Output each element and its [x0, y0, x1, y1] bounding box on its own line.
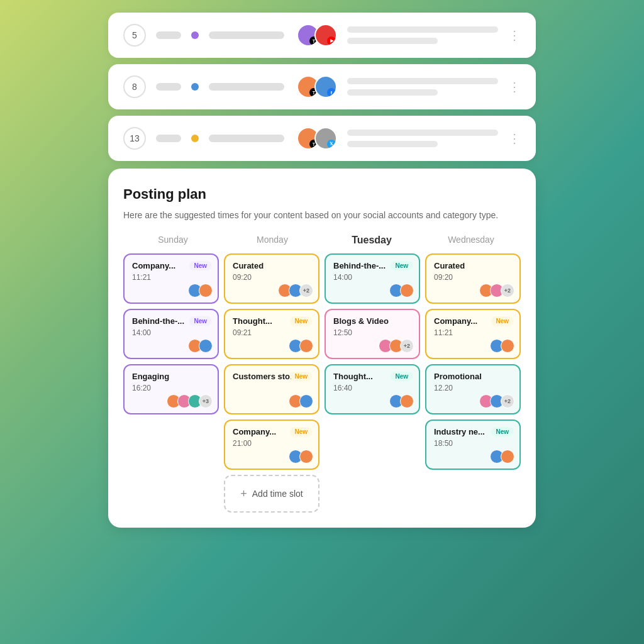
plan-description: Here are the suggested times for your co… — [123, 209, 521, 222]
posting-plan: Posting plan Here are the suggested time… — [108, 169, 536, 528]
event-avatars — [389, 284, 414, 297]
mini-avatar — [299, 339, 313, 353]
day-tuesday: Tuesday — [322, 235, 421, 246]
event-avatars: +2 — [479, 284, 514, 297]
event-card[interactable]: New Thought... 09:21 — [224, 309, 319, 359]
event-card[interactable]: New Behind-the-... 14:00 — [325, 253, 420, 304]
event-title: Curated — [233, 261, 311, 270]
event-card[interactable]: Curated 09:20 +2 — [425, 253, 521, 304]
mini-avatar — [299, 450, 313, 464]
queue-label-2 — [156, 83, 181, 91]
event-time: 16:20 — [132, 384, 210, 392]
main-container: 5 T ▶ ⋮ 8 — [108, 13, 536, 528]
plus-icon: + — [240, 487, 247, 501]
queue-dot-1 — [191, 31, 199, 39]
event-card[interactable]: New Company... 11:21 — [123, 253, 219, 304]
mini-avatar — [501, 339, 514, 353]
queue-dot-2 — [191, 83, 199, 91]
event-time: 12:50 — [333, 328, 411, 337]
new-badge: New — [491, 316, 513, 326]
event-avatars: +2 — [479, 394, 514, 408]
new-badge: New — [391, 372, 413, 381]
event-card[interactable]: Promotional 12.20 +2 — [425, 364, 521, 414]
new-badge: New — [391, 261, 413, 270]
queue-dot-3 — [191, 135, 199, 142]
queue-number-2: 8 — [123, 75, 146, 98]
plan-title: Posting plan — [123, 186, 521, 203]
event-time: 09:20 — [233, 273, 311, 282]
day-sunday: Sunday — [123, 235, 223, 246]
queue-line — [347, 38, 438, 44]
youtube-icon: ▶ — [327, 36, 336, 45]
event-card[interactable]: New Company... 21:00 — [224, 419, 319, 470]
event-card[interactable]: New Industry ne... 18:50 — [425, 419, 521, 470]
event-avatars: +3 — [167, 394, 213, 408]
plus-badge: +2 — [501, 284, 514, 297]
add-slot-label: + Add time slot — [240, 487, 303, 501]
event-time: 14:00 — [333, 273, 411, 282]
event-card[interactable]: New Behind-the-... 14:00 — [123, 309, 219, 359]
day-monday: Monday — [223, 235, 322, 246]
wednesday-column: Curated 09:20 +2 New Company... 11:21 — [425, 253, 521, 513]
plus-badge: +3 — [199, 394, 213, 408]
event-avatars — [389, 394, 414, 408]
queue-bar-2 — [209, 83, 284, 91]
calendar-grid: New Company... 11:21 New Behind-the-... … — [123, 253, 521, 513]
add-time-slot-button[interactable]: + Add time slot — [224, 475, 319, 513]
tuesday-column: New Behind-the-... 14:00 Blogs & Video 1… — [325, 253, 420, 513]
plus-badge: +2 — [501, 394, 514, 408]
event-card[interactable]: New Thought... 16:40 — [325, 364, 420, 414]
queue-avatars-2: T f — [297, 75, 337, 98]
event-avatars — [490, 450, 514, 464]
event-card[interactable]: Curated 09:20 +2 — [224, 253, 319, 304]
queue-avatars-3: T 𝕏 — [297, 127, 337, 150]
queue-avatars-1: T ▶ — [297, 24, 337, 47]
queue-lines-2 — [347, 78, 498, 96]
event-card[interactable]: New Customers stories — [224, 364, 319, 414]
queue-lines-3 — [347, 130, 498, 147]
queue-item-2: 8 T f ⋮ — [108, 64, 536, 109]
avatar: ▶ — [314, 24, 337, 47]
event-avatars: +2 — [278, 284, 313, 297]
queue-line — [347, 141, 438, 147]
queue-bar-1 — [209, 31, 284, 39]
queue-list: 5 T ▶ ⋮ 8 — [108, 13, 536, 161]
more-button-3[interactable]: ⋮ — [508, 131, 521, 146]
sunday-column: New Company... 11:21 New Behind-the-... … — [123, 253, 219, 513]
day-wednesday: Wednesday — [421, 235, 521, 246]
new-badge: New — [491, 427, 513, 436]
mini-avatar — [199, 339, 213, 353]
event-time: 12.20 — [434, 384, 512, 392]
new-badge: New — [189, 316, 211, 326]
mini-avatar — [400, 394, 414, 408]
event-time: 21:00 — [233, 439, 311, 448]
event-title: Promotional — [434, 372, 512, 381]
event-card[interactable]: New Company... 11:21 — [425, 309, 521, 359]
event-avatars — [490, 339, 514, 353]
queue-lines-1 — [347, 26, 498, 44]
queue-line — [347, 26, 498, 33]
event-card[interactable]: Engaging 16:20 +3 — [123, 364, 219, 414]
event-avatars — [289, 450, 313, 464]
new-badge: New — [290, 316, 312, 326]
event-avatars — [188, 284, 213, 297]
more-button-2[interactable]: ⋮ — [508, 79, 521, 94]
event-avatars — [188, 339, 213, 353]
queue-label-3 — [156, 135, 181, 142]
event-title: Curated — [434, 261, 512, 270]
plus-badge: +2 — [400, 339, 414, 353]
queue-number-3: 13 — [123, 127, 146, 150]
mini-avatar — [299, 394, 313, 408]
avatar: f — [314, 75, 337, 98]
more-button-1[interactable]: ⋮ — [508, 28, 521, 43]
monday-column: Curated 09:20 +2 New Thought... 09:21 — [224, 253, 319, 513]
event-avatars — [289, 394, 313, 408]
event-card[interactable]: Blogs & Video 12:50 +2 — [325, 309, 420, 359]
twitter-icon: 𝕏 — [327, 140, 336, 148]
new-badge: New — [290, 372, 312, 381]
facebook-icon: f — [327, 88, 336, 97]
queue-line — [347, 78, 498, 84]
event-time: 11:21 — [434, 328, 512, 337]
queue-number-1: 5 — [123, 24, 146, 47]
mini-avatar — [501, 450, 514, 464]
